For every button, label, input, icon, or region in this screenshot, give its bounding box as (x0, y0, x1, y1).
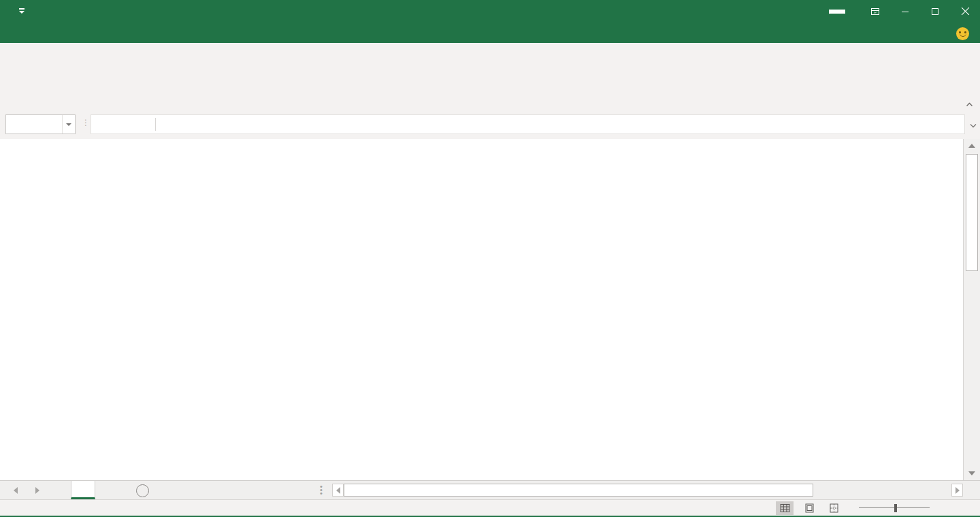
close-button[interactable] (950, 0, 980, 22)
zoom-slider-knob[interactable] (894, 504, 897, 512)
ribbon (0, 43, 980, 110)
ribbon-display-options-icon[interactable] (860, 0, 890, 22)
zoom-slider[interactable] (859, 503, 930, 513)
name-box-dropdown-icon[interactable] (62, 115, 75, 134)
scroll-up-icon[interactable] (964, 139, 980, 153)
formula-bar: ⋮ (0, 109, 980, 140)
sheet-tab-sheet1[interactable] (71, 481, 95, 499)
maximize-button[interactable] (920, 0, 950, 22)
sign-in-button[interactable] (829, 10, 845, 14)
spreadsheet-grid (0, 139, 963, 480)
name-box[interactable] (5, 114, 76, 134)
tab-row (0, 22, 980, 43)
sheet-tab-bar: ••• (0, 480, 980, 499)
vertical-scrollbar[interactable] (963, 139, 980, 480)
page-layout-view-icon[interactable] (800, 501, 818, 515)
title-bar (0, 0, 980, 22)
smiley-icon (956, 27, 969, 40)
scroll-down-icon[interactable] (964, 467, 980, 480)
new-sheet-button[interactable] (136, 484, 149, 497)
normal-view-icon[interactable] (776, 501, 794, 515)
horizontal-scrollbar-thumb[interactable] (344, 484, 813, 497)
status-bar (0, 499, 980, 516)
previous-sheet-icon[interactable] (14, 487, 18, 494)
vertical-scrollbar-thumb[interactable] (966, 154, 978, 271)
quick-access-toolbar-customize-icon[interactable] (16, 5, 27, 16)
scroll-right-icon[interactable] (951, 484, 963, 497)
minimize-button[interactable] (890, 0, 920, 22)
excel-window: ⋮ ••• (0, 0, 980, 517)
next-sheet-icon[interactable] (35, 487, 39, 494)
scroll-left-icon[interactable] (332, 484, 344, 497)
tab-scrollbar-splitter[interactable]: ••• (320, 485, 323, 495)
expand-formula-bar-icon[interactable] (970, 119, 977, 131)
horizontal-scrollbar[interactable] (332, 484, 963, 497)
formula-bar-grip[interactable]: ⋮ (82, 118, 90, 127)
page-break-view-icon[interactable] (825, 501, 843, 515)
